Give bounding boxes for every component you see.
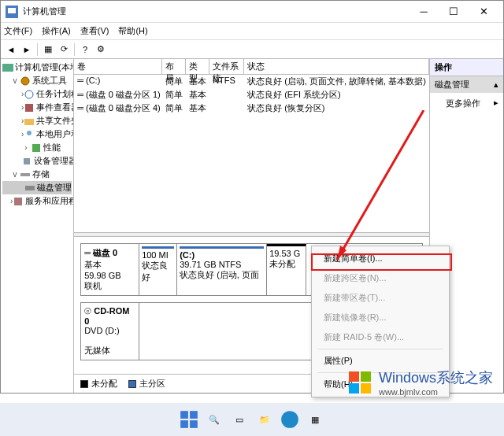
svg-point-3	[21, 77, 29, 85]
tree-task-scheduler[interactable]: ›任务计划程序	[2, 87, 72, 101]
svg-rect-1	[8, 8, 16, 13]
col-layout[interactable]: 布局	[162, 59, 186, 74]
watermark-logo-icon	[346, 368, 374, 397]
start-button[interactable]	[179, 409, 199, 430]
svg-point-4	[25, 91, 33, 98]
window-title: 计算机管理	[23, 6, 409, 17]
search-icon[interactable]: 🔍	[204, 409, 224, 430]
volume-row[interactable]: ═ (C:)简单基本NTFS状态良好 (启动, 页面文件, 故障转储, 基本数据…	[74, 75, 429, 88]
ctx-new-raid5-volume: 新建 RAID-5 卷(W)...	[314, 327, 447, 347]
titlebar: 计算机管理 ─ ☐ ✕	[1, 1, 503, 23]
svg-rect-20	[349, 371, 359, 382]
col-type[interactable]: 类型	[186, 59, 209, 74]
settings-icon[interactable]: ⚙	[94, 42, 108, 57]
svg-rect-6	[24, 119, 34, 125]
ctx-new-striped-volume: 新建带区卷(T)...	[314, 288, 447, 308]
menubar: 文件(F) 操作(A) 查看(V) 帮助(H)	[1, 23, 503, 40]
menu-help[interactable]: 帮助(H)	[118, 25, 147, 37]
task-view-icon[interactable]: ▭	[229, 409, 250, 430]
close-button[interactable]: ✕	[469, 2, 498, 22]
explorer-icon[interactable]: 📁	[254, 409, 275, 430]
actions-header: 操作	[430, 59, 503, 76]
col-filesystem[interactable]: 文件系统	[209, 59, 244, 74]
view-icon[interactable]: ▦	[41, 42, 55, 57]
chevron-right-icon: ▸	[494, 98, 498, 109]
svg-rect-5	[25, 104, 33, 112]
tree-shared-folders[interactable]: ›共享文件夹	[2, 114, 72, 127]
chevron-up-icon: ▴	[494, 79, 498, 90]
tree-storage[interactable]: v存储	[2, 168, 72, 181]
svg-rect-2	[2, 64, 13, 72]
col-status[interactable]: 状态	[244, 59, 429, 74]
tree-performance[interactable]: ›性能	[2, 141, 72, 154]
svg-rect-23	[361, 383, 371, 394]
action-more[interactable]: 更多操作▸	[430, 93, 503, 114]
help-icon[interactable]: ?	[78, 42, 92, 57]
action-disk-management[interactable]: 磁盘管理▴	[430, 76, 503, 93]
svg-rect-8	[32, 144, 40, 152]
menu-file[interactable]: 文件(F)	[4, 25, 32, 37]
ctx-new-mirrored-volume: 新建镜像卷(R)...	[314, 308, 447, 327]
disk-0-header[interactable]: ═ 磁盘 0 基本 59.98 GB 联机	[81, 244, 139, 295]
svg-rect-16	[190, 411, 198, 419]
partition-c[interactable]: (C:) 39.71 GB NTFS状态良好 (启动, 页面	[177, 244, 267, 295]
edge-icon[interactable]	[280, 409, 300, 430]
maximize-button[interactable]: ☐	[439, 2, 469, 22]
toolbar: ◄ ► ▦ ⟳ ? ⚙	[1, 40, 503, 59]
volume-row[interactable]: ═ (磁盘 0 磁盘分区 1)简单基本状态良好 (EFI 系统分区)	[74, 88, 429, 102]
volume-grid-header: 卷 布局 类型 文件系统 状态	[74, 59, 429, 75]
tree-disk-management[interactable]: 磁盘管理	[2, 181, 72, 194]
svg-rect-12	[14, 198, 22, 205]
tree-root[interactable]: 计算机管理(本地)	[2, 61, 72, 74]
taskbar: 🔍 ▭ 📁 ▦	[0, 403, 504, 436]
svg-rect-11	[25, 186, 35, 190]
annotation-highlight	[311, 253, 452, 271]
tree-event-viewer[interactable]: ›事件查看器	[2, 101, 72, 114]
back-icon[interactable]: ◄	[4, 42, 18, 57]
minimize-button[interactable]: ─	[409, 2, 439, 22]
app-icon	[6, 6, 18, 18]
menu-action[interactable]: 操作(A)	[42, 25, 71, 37]
menu-view[interactable]: 查看(V)	[80, 25, 109, 37]
svg-rect-10	[20, 173, 30, 176]
tree-services-apps[interactable]: ›服务和应用程序	[2, 194, 72, 208]
svg-point-19	[281, 411, 298, 428]
volume-grid: ═ (C:)简单基本NTFS状态良好 (启动, 页面文件, 故障转储, 基本数据…	[74, 75, 429, 232]
nav-tree: 计算机管理(本地) v系统工具 ›任务计划程序 ›事件查看器 ›共享文件夹 ›本…	[1, 59, 74, 393]
partition-unallocated[interactable]: 19.53 G未分配	[267, 244, 306, 295]
forward-icon[interactable]: ►	[20, 42, 34, 57]
cdrom-header[interactable]: ⦾ CD-ROM 0 DVD (D:) 无媒体	[81, 303, 139, 360]
svg-rect-17	[180, 420, 188, 428]
svg-rect-18	[190, 420, 198, 428]
svg-rect-15	[180, 411, 188, 419]
app-icon[interactable]: ▦	[305, 409, 325, 430]
svg-rect-21	[361, 371, 371, 382]
watermark: Windows系统之家 www.bjmlv.com	[346, 368, 493, 397]
legend-unallocated-swatch	[80, 380, 88, 388]
refresh-icon[interactable]: ⟳	[57, 42, 71, 57]
svg-rect-22	[349, 383, 359, 394]
partition-efi[interactable]: 100 MI状态良好	[139, 244, 177, 295]
svg-rect-9	[24, 158, 30, 164]
col-volume[interactable]: 卷	[74, 59, 162, 74]
ctx-new-spanned-volume: 新建跨区卷(N)...	[314, 268, 447, 288]
tree-local-users[interactable]: ›本地用户和组	[2, 127, 72, 141]
tree-system-tools[interactable]: v系统工具	[2, 74, 72, 87]
svg-point-7	[27, 131, 32, 135]
legend-primary-swatch	[128, 380, 136, 388]
volume-row[interactable]: ═ (磁盘 0 磁盘分区 4)简单基本状态良好 (恢复分区)	[74, 102, 429, 115]
tree-device-manager[interactable]: 设备管理器	[2, 154, 72, 168]
